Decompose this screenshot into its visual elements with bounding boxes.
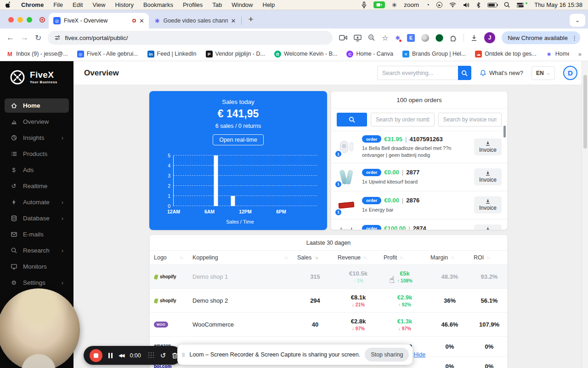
column-header-koppeling[interactable]: Koppeling↑↓ bbox=[190, 254, 295, 261]
close-tab-icon[interactable]: ✕ bbox=[231, 18, 236, 24]
address-bar[interactable]: fivex.com/portal/public/ bbox=[48, 31, 333, 45]
downloads-icon[interactable] bbox=[470, 34, 478, 41]
fivex-logo[interactable]: FiveX Your Business bbox=[0, 61, 74, 92]
bookmark-intercom[interactable]: ≡Brands Group | Hel... bbox=[402, 51, 466, 58]
restart-recording-button[interactable]: ↺ bbox=[160, 352, 166, 359]
sidebar-item-monitors[interactable]: Monitors bbox=[5, 259, 69, 274]
sort-icons[interactable]: ↑↓ bbox=[284, 255, 288, 260]
loom-extension-icon[interactable]: ∗ bbox=[395, 34, 401, 42]
open-realtime-button[interactable]: Open real-time bbox=[213, 134, 264, 145]
table-row-woocommerce[interactable]: WOOWooCommerce40€2.8k↓ 97%€1.3k↓ 97%46.6… bbox=[150, 313, 507, 337]
order-row-2877[interactable]: 1order€0.00|28771x Upwind kitesurf board… bbox=[331, 163, 507, 191]
page-scrollbar[interactable] bbox=[582, 61, 588, 368]
sort-icons[interactable]: ↑↓ bbox=[314, 255, 317, 260]
invoice-download-button[interactable]: Invoice bbox=[474, 224, 502, 230]
minimize-window-button[interactable] bbox=[17, 17, 23, 23]
screen-share-icon[interactable] bbox=[354, 34, 362, 41]
stop-recording-button[interactable] bbox=[90, 349, 102, 362]
invoice-download-button[interactable]: Invoice bbox=[474, 168, 502, 185]
column-header-margin[interactable]: Margin↑↓ bbox=[428, 254, 471, 261]
e-extension-icon[interactable]: E bbox=[407, 34, 415, 42]
stop-sharing-button[interactable]: Stop sharing bbox=[365, 348, 409, 362]
close-tab-icon[interactable]: ✕ bbox=[139, 18, 144, 24]
menubar-asterisk-icon[interactable]: ✳ bbox=[392, 1, 397, 9]
bookmark-star-icon[interactable]: ☆ bbox=[382, 34, 388, 42]
reload-button[interactable]: ↻ bbox=[35, 33, 41, 43]
new-tab-button[interactable]: + bbox=[248, 14, 253, 24]
order-row-4107591263[interactable]: 1order€31.95|41075912631x Bella Bell dra… bbox=[331, 131, 507, 163]
bookmark-linkedin[interactable]: inFeed | LinkedIn bbox=[147, 51, 197, 58]
tab-fivex-overview[interactable]: ◎ FiveX - Overview ✕ bbox=[49, 13, 149, 29]
order-row-2876[interactable]: 1order€0.00|28761x Energy barInvoice bbox=[331, 191, 507, 219]
tab-goede-video[interactable]: ∗ Goede video sales channels ✕ bbox=[149, 13, 241, 29]
sort-icons[interactable]: ↑↓ bbox=[486, 255, 490, 260]
menubar-item-history[interactable]: History bbox=[115, 1, 133, 8]
window-overflow-chevron[interactable]: ⌄ bbox=[570, 14, 585, 27]
table-row-demo-shop-2[interactable]: shopifyDemo shop 2294€8.1k↓ 21%€2.9k↑ 92… bbox=[150, 289, 507, 313]
column-header-roi[interactable]: ROI↑↓ bbox=[471, 254, 507, 261]
sidebar-item-overview[interactable]: Overview bbox=[5, 115, 69, 129]
menubar-item-view[interactable]: View bbox=[92, 1, 105, 8]
bluetooth-icon[interactable] bbox=[476, 2, 481, 8]
extensions-puzzle-icon[interactable] bbox=[450, 34, 457, 41]
menubar-item-help[interactable]: Help bbox=[263, 1, 275, 8]
whats-new-link[interactable]: What's new? bbox=[480, 69, 523, 77]
invoice-number-input[interactable] bbox=[438, 113, 502, 126]
swirl-extension-icon[interactable] bbox=[421, 34, 429, 42]
forward-button[interactable]: → bbox=[21, 33, 28, 42]
bookmark-loom[interactable]: ∗Home | Loom bbox=[546, 51, 569, 58]
order-row-2874[interactable]: 1order€100.00|28741x Kitesurf barInvoice bbox=[331, 219, 507, 230]
zoom-app-label[interactable]: zoom bbox=[404, 1, 419, 8]
camera-toolbar-icon[interactable] bbox=[339, 34, 347, 41]
close-window-button[interactable] bbox=[8, 17, 14, 23]
column-header-logo[interactable]: Logo↑↓ bbox=[150, 254, 190, 261]
language-selector[interactable]: EN ⌄ bbox=[531, 66, 555, 80]
menubar-item-bookmarks[interactable]: Bookmarks bbox=[143, 1, 173, 8]
control-center-icon[interactable] bbox=[517, 3, 524, 7]
back-button[interactable]: ← bbox=[6, 33, 14, 42]
battery-icon[interactable] bbox=[487, 3, 497, 7]
column-header-profit[interactable]: Profit↑↓ bbox=[381, 254, 428, 261]
menubar-item-edit[interactable]: Edit bbox=[73, 1, 83, 8]
search-button[interactable] bbox=[458, 66, 471, 80]
sidebar-item-insights[interactable]: Insights› bbox=[5, 131, 69, 145]
play-menubar-icon[interactable]: ▶ bbox=[436, 2, 442, 8]
column-header-sales[interactable]: Sales↑↓ bbox=[295, 254, 335, 261]
sidebar-item-automate[interactable]: Automate› bbox=[5, 195, 69, 209]
webcam-overlay[interactable] bbox=[0, 288, 80, 368]
camera-active-icon[interactable] bbox=[373, 1, 385, 8]
hide-banner-link[interactable]: Hide bbox=[413, 351, 425, 358]
menubar-item-file[interactable]: File bbox=[53, 1, 63, 8]
zoom-out-icon[interactable] bbox=[368, 34, 375, 41]
menubar-item-profiles[interactable]: Profiles bbox=[183, 1, 203, 8]
user-avatar[interactable]: D bbox=[563, 66, 577, 80]
pause-recording-button[interactable] bbox=[108, 353, 113, 358]
wifi-icon[interactable] bbox=[449, 2, 456, 7]
sort-icons[interactable]: ↑↓ bbox=[180, 255, 183, 260]
sort-icons[interactable]: ↑↓ bbox=[400, 255, 403, 260]
sidebar-item-home[interactable]: Home bbox=[5, 98, 69, 113]
order-number-input[interactable] bbox=[371, 113, 435, 126]
volume-icon[interactable] bbox=[463, 2, 469, 8]
chrome-menu-icon[interactable]: ⋮ bbox=[571, 34, 577, 41]
column-header-revenue[interactable]: Revenue↑↓ bbox=[335, 254, 381, 261]
invoice-download-button[interactable]: Invoice bbox=[474, 138, 502, 155]
table-row-demo-shop-1[interactable]: shopifyDemo shop 1315€10.5k↑ 1%€5k↑ 108%… bbox=[150, 265, 507, 289]
sidebar-item-ads[interactable]: $Ads bbox=[5, 163, 69, 177]
search-input[interactable] bbox=[377, 66, 458, 80]
banner-drag-handle[interactable]: ‖ bbox=[182, 351, 185, 358]
sidebar-item-realtime[interactable]: ↺Realtime bbox=[5, 179, 69, 193]
menubar-item-tab[interactable]: Tab bbox=[212, 1, 222, 8]
bookmark-gmail[interactable]: MInbox (9) - jesse@... bbox=[6, 51, 68, 58]
green-extension-icon[interactable] bbox=[435, 34, 443, 42]
microphone-icon[interactable] bbox=[362, 1, 367, 8]
menubar-clock[interactable]: Thu May 16 15:38 bbox=[534, 1, 582, 8]
sidebar-item-database[interactable]: Database› bbox=[5, 211, 69, 225]
sort-icons[interactable]: ↑↓ bbox=[451, 255, 454, 260]
orders-scrollbar-thumb[interactable] bbox=[503, 126, 506, 138]
timer-app-icon[interactable]: ◔ bbox=[426, 1, 430, 8]
bookmark-vendor[interactable]: PVendor pijplijn - D... bbox=[206, 51, 265, 58]
bookmark-cloud[interactable]: ☁Ontdek de top ges... bbox=[475, 51, 537, 58]
invoice-download-button[interactable]: Invoice bbox=[474, 196, 502, 213]
sort-icons[interactable]: ↑↓ bbox=[363, 255, 367, 260]
